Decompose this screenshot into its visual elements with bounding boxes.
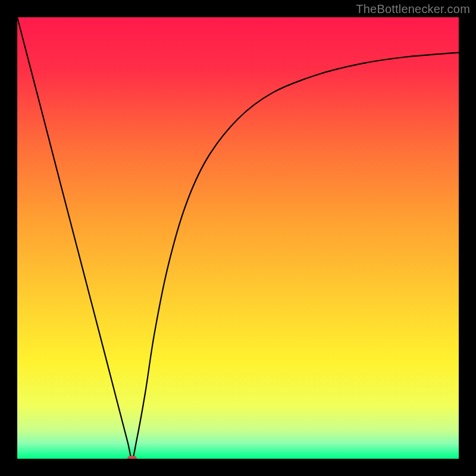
optimal-marker (127, 456, 137, 459)
chart-frame: TheBottlenecker.com (0, 0, 476, 476)
plot-area (17, 17, 459, 459)
bottleneck-curve (17, 17, 459, 459)
watermark-text: TheBottlenecker.com (356, 2, 470, 16)
